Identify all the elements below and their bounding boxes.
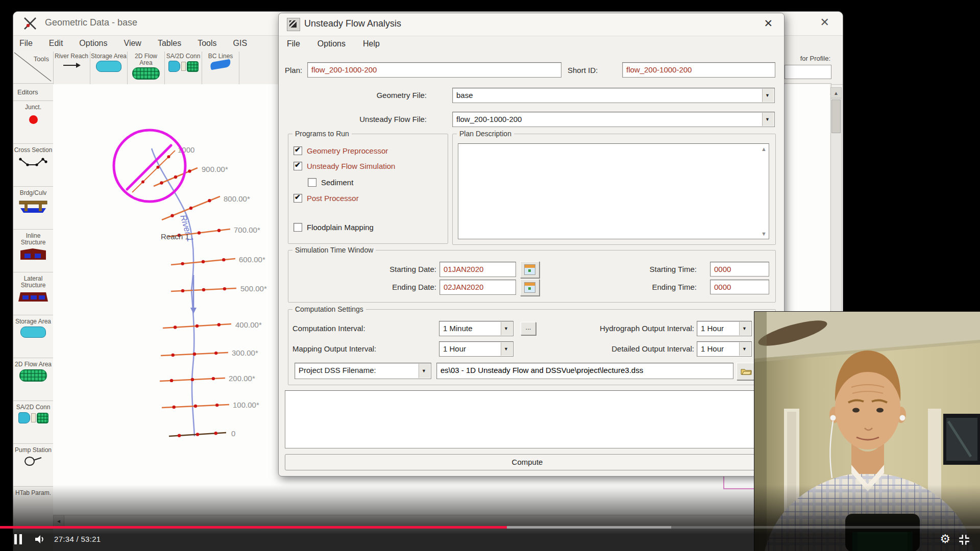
chevron-down-icon[interactable] <box>762 89 774 102</box>
editor-sa-2d-conn[interactable]: SA/2D Conn <box>13 401 53 444</box>
unchecked-checkbox-icon[interactable] <box>308 178 316 187</box>
short-id-input[interactable]: flow_200-1000-200 <box>622 62 775 78</box>
computation-interval-label: Computation Interval: <box>292 324 365 333</box>
time-window-label: Simulation Time Window <box>292 246 376 254</box>
junction-icon <box>29 112 38 124</box>
program-geometry-preprocessor[interactable]: Geometry Preprocessor <box>293 145 388 156</box>
pause-icon[interactable] <box>14 534 22 544</box>
editor-lateral-structure[interactable]: Lateral Structure <box>13 272 53 315</box>
chevron-down-icon[interactable] <box>762 113 774 126</box>
plan-description-textarea[interactable]: ▲ ▼ <box>458 143 769 239</box>
geo-menu-file[interactable]: File <box>19 39 33 48</box>
dialog-menu-file[interactable]: File <box>287 39 300 48</box>
profile-dropdown[interactable] <box>785 65 831 79</box>
dialog-menubar: FileOptionsHelp <box>279 36 784 52</box>
dss-filename-combo[interactable]: Project DSS Filename: <box>295 363 431 379</box>
window-close-button[interactable]: ✕ <box>820 16 829 29</box>
toolbar-bc-lines[interactable]: BC Lines <box>202 52 239 84</box>
compute-button[interactable]: Compute <box>285 454 770 470</box>
chevron-down-icon[interactable] <box>739 322 751 335</box>
volume-icon[interactable] <box>33 533 47 547</box>
vertical-scroll-thumb[interactable] <box>831 99 841 133</box>
ending-time-label: Ending Time: <box>595 283 697 291</box>
hydrograph-interval-label: Hydrograph Output Interval: <box>544 324 694 333</box>
geo-menu-options[interactable]: Options <box>79 39 107 48</box>
ending-date-input[interactable]: 02JAN2020 <box>439 280 516 295</box>
tools-cell-label: Tools <box>34 56 49 62</box>
unchecked-checkbox-icon[interactable] <box>293 223 302 232</box>
editor-storage-area[interactable]: Storage Area <box>13 315 53 358</box>
starting-date-input[interactable]: 01JAN2020 <box>439 262 516 277</box>
dss-filename-input[interactable]: es\03 - 1D Unsteady Flow and DSSVue\proj… <box>436 363 733 379</box>
dialog-menu-help[interactable]: Help <box>363 39 380 48</box>
checked-checkbox-icon[interactable] <box>293 146 302 155</box>
chevron-down-icon[interactable] <box>419 364 430 378</box>
program-unsteady-flow-simulation[interactable]: Unsteady Flow Simulation <box>293 161 395 171</box>
checked-checkbox-icon[interactable] <box>293 162 302 170</box>
seek-bar[interactable] <box>0 526 980 529</box>
editor-brdg-culv[interactable]: Brdg/Culv <box>13 187 53 230</box>
chevron-down-icon[interactable] <box>501 322 512 335</box>
editors-header: Editors <box>13 84 53 101</box>
flow-area-2d-icon <box>19 369 47 382</box>
computation-message-box <box>285 390 770 448</box>
gear-icon[interactable]: ⚙ <box>940 532 950 545</box>
computation-interval-dropdown[interactable]: 1 Minute <box>439 321 513 336</box>
sidebar-tools-cell[interactable]: Tools <box>13 52 53 84</box>
svg-text:800.00*: 800.00* <box>224 194 250 203</box>
svg-text:200.00*: 200.00* <box>229 374 255 383</box>
programs-group: Programs to Run Geometry PreprocessorUns… <box>288 134 448 244</box>
editor-cross-section[interactable]: Cross Section <box>13 144 53 187</box>
computation-settings-label: Computation Settings <box>292 305 366 313</box>
time-display: 27:34 / 53:21 <box>54 535 101 543</box>
chevron-down-icon[interactable] <box>739 342 751 356</box>
detailed-interval-dropdown[interactable]: 1 Hour <box>697 341 752 357</box>
editor-2d-flow-area[interactable]: 2D Flow Area <box>13 358 53 401</box>
toolbar-river-reach[interactable]: River Reach <box>53 52 90 84</box>
dialog-menu-options[interactable]: Options <box>317 39 346 48</box>
svg-text:0: 0 <box>231 429 235 438</box>
window-title: Geometric Data - base <box>45 17 137 28</box>
toolbar-2d-flow-area[interactable]: 2D Flow Area <box>128 52 165 84</box>
chevron-down-icon[interactable] <box>501 342 512 356</box>
editors-sidebar: Tools Editors Junct.Cross SectionBrdg/Cu… <box>13 52 54 551</box>
dialog-close-button[interactable]: ✕ <box>764 17 773 30</box>
earbud <box>900 415 905 421</box>
geo-menu-view[interactable]: View <box>124 39 141 48</box>
dialog-title: Unsteady Flow Analysis <box>304 18 401 29</box>
plan-input[interactable]: flow_200-1000-200 <box>307 62 561 78</box>
program-floodplain-mapping[interactable]: Floodplain Mapping <box>293 222 374 232</box>
editor-inline-structure[interactable]: Inline Structure <box>13 230 53 272</box>
geo-menu-tools[interactable]: Tools <box>198 39 216 48</box>
ending-time-input[interactable]: 0000 <box>710 280 769 294</box>
mapping-interval-dropdown[interactable]: 1 Hour <box>439 341 513 357</box>
unsteady-file-dropdown[interactable]: flow_200-1000-200 <box>452 112 775 127</box>
open-folder-icon[interactable] <box>737 363 756 380</box>
program-post-processor[interactable]: Post Processor <box>293 193 359 203</box>
scroll-up-icon[interactable]: ▲ <box>831 88 841 98</box>
geo-menu-edit[interactable]: Edit <box>49 39 63 48</box>
exit-fullscreen-icon[interactable] <box>958 533 971 548</box>
svg-text:400.00*: 400.00* <box>235 320 262 329</box>
program-sediment[interactable]: Sediment <box>308 177 353 187</box>
scroll-up-icon[interactable]: ▲ <box>761 146 767 152</box>
geometry-file-dropdown[interactable]: base <box>452 88 775 103</box>
calendar-icon[interactable] <box>520 261 540 278</box>
editor-pump-station[interactable]: Pump Station <box>13 444 53 487</box>
starting-time-input[interactable]: 0000 <box>710 262 769 277</box>
interval-more-button[interactable]: ... <box>521 322 536 335</box>
hydrograph-interval-dropdown[interactable]: 1 Hour <box>697 321 752 336</box>
toolbar-storage-area[interactable]: Storage Area <box>90 52 128 84</box>
earbud <box>830 415 836 421</box>
checked-checkbox-icon[interactable] <box>293 194 302 203</box>
sa-2d-conn-icon <box>168 61 199 72</box>
toolbar-sa-2d-conn[interactable]: SA/2D Conn <box>165 52 202 84</box>
scroll-down-icon[interactable]: ▼ <box>761 231 767 237</box>
lateral-structure-icon <box>17 290 49 306</box>
calendar-icon[interactable] <box>520 279 540 296</box>
starting-time-label: Starting Time: <box>595 265 697 273</box>
geo-menu-tables[interactable]: Tables <box>158 39 181 48</box>
editor-junct[interactable]: Junct. <box>13 101 53 144</box>
geo-menu-gis[interactable]: GIS <box>233 39 248 48</box>
player-controls: 27:34 / 53:21 ⚙ <box>0 485 980 551</box>
